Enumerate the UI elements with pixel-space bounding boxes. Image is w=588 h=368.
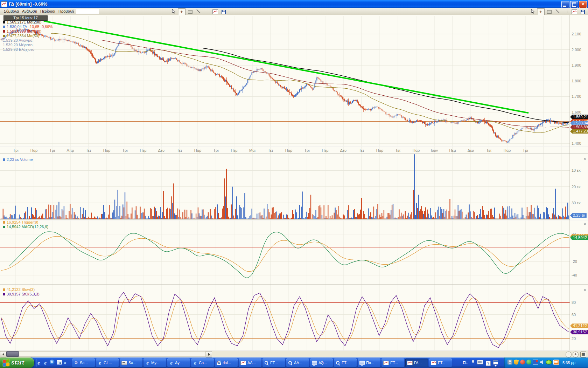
taskbar-button-Αγ[interactable]: eΑγ... (167, 359, 190, 367)
taskbar-button-label: ET... (390, 361, 398, 365)
taskbar-button-label: ET... (342, 361, 349, 365)
volume-pane-close-icon[interactable]: × (583, 157, 587, 161)
tray-user[interactable] (507, 360, 512, 366)
chart-icon (407, 361, 413, 365)
desktop-icon (57, 360, 62, 364)
save-tool[interactable] (220, 8, 227, 15)
eye-icon (546, 360, 552, 364)
taskbar-button-label: Αγ... (175, 361, 183, 365)
taskbar-button-Αξι[interactable]: Αξι... (310, 359, 333, 367)
quicklaunch-mediaplayer[interactable] (50, 360, 55, 366)
ie-icon: e (36, 361, 41, 365)
stoch-pane-close-icon[interactable]: × (583, 288, 587, 292)
user-icon (507, 360, 512, 364)
taskbar-button-ΑΛ[interactable]: ΑΛ... (286, 359, 309, 367)
rectangle-tool[interactable] (545, 8, 553, 15)
crosshair-tool[interactable]: + (537, 8, 545, 15)
zoom-out-button[interactable]: − (566, 352, 572, 357)
start-label: start (11, 357, 24, 368)
taskbar-button-Sa[interactable]: Sa... (120, 359, 142, 367)
keyboard-button[interactable] (477, 360, 483, 366)
pointer-tool[interactable] (528, 8, 536, 15)
messenger-icon (520, 360, 525, 364)
chart-canvas[interactable] (0, 15, 588, 350)
menu-item-3[interactable]: Περίοδοι (38, 8, 57, 15)
tray-eye[interactable] (546, 360, 552, 366)
crosshair-tool[interactable]: + (178, 8, 186, 15)
taskbar-button-label: My... (151, 361, 159, 365)
taskbar-button-ΓΔ[interactable]: ΓΔ... (405, 359, 428, 367)
taskbar-button-label: ΑΛ... (247, 361, 256, 365)
minimize-button[interactable] (561, 1, 569, 8)
taskbar-button-label: Πα... (366, 361, 374, 365)
start-button[interactable]: start (0, 357, 34, 368)
pattern-tool[interactable] (562, 8, 570, 15)
tray-graphics-card[interactable] (533, 360, 538, 366)
taskbar-button-label: ΓΔ... (414, 361, 422, 365)
taskbar-button-label: dai... (223, 361, 231, 365)
scroll-left-button[interactable] (0, 351, 6, 357)
ie-icon: e (43, 361, 48, 365)
tray-app-green[interactable] (526, 360, 531, 366)
window-title: ΓΔ [60min] -0,69% (9, 1, 47, 7)
tray-shield[interactable] (514, 360, 519, 366)
toolbar-right: + (528, 8, 587, 15)
ie-icon: e (98, 361, 102, 365)
quicklaunch-overflow-chevron[interactable]: » (64, 360, 66, 365)
line-tool[interactable] (195, 8, 202, 15)
window-arrange-button[interactable] (493, 360, 498, 366)
restore-button[interactable] (570, 1, 578, 8)
menu-bar: ΣύμβολαΑνάλυσηΠερίοδοιΠροβολή + + (0, 8, 588, 15)
quicklaunch-ie[interactable]: e (43, 360, 48, 366)
title-bar[interactable]: ΓΔ [60min] -0,69% × (0, 0, 588, 8)
macd-pane-close-icon[interactable]: × (583, 222, 587, 226)
scrollbar-track[interactable] (6, 351, 206, 357)
save-tool[interactable] (579, 8, 587, 15)
taskbar-button-dai[interactable]: Wdai... (215, 359, 238, 367)
word-icon: W (217, 361, 221, 365)
task-buttons: ⚙Sa...eGL...Sa...eMy...eΑγ...eCa...Wdai.… (72, 357, 452, 368)
pattern-tool[interactable] (203, 8, 211, 15)
close-button[interactable]: × (579, 1, 587, 8)
taskbar-button-Πα[interactable]: Πα... (358, 359, 380, 367)
taskbar-button-ET[interactable]: ET... (382, 359, 404, 367)
scrollbar-thumb[interactable] (6, 351, 19, 357)
taskbar-button-label: FT... (270, 361, 278, 365)
taskbar-button-FT[interactable]: FT... (262, 359, 285, 367)
taskbar-button-ΑΛ[interactable]: ΑΛ... (239, 359, 261, 367)
taskbar-button-Ca[interactable]: eCa... (191, 359, 214, 367)
rectangle-tool[interactable] (186, 8, 194, 15)
taskbar-button-GL[interactable]: eGL... (96, 359, 119, 367)
system-tray: 5:35 μμ (504, 357, 588, 368)
scroll-right-button[interactable] (206, 351, 212, 357)
language-indicator[interactable]: EL (463, 357, 468, 368)
tray-messenger[interactable] (520, 360, 525, 366)
taskbar-button-My[interactable]: eMy... (144, 359, 166, 367)
chart-tool[interactable] (570, 8, 578, 15)
scroll-right-icon (208, 353, 210, 356)
microphone-button[interactable] (472, 360, 475, 366)
microphone-icon (472, 360, 475, 364)
help-button[interactable]: ? (486, 360, 491, 366)
chart-options-button[interactable]: ▦ (580, 352, 586, 357)
tray-scheduler[interactable] (553, 360, 559, 366)
menu-item-4[interactable]: Προβολή (56, 8, 76, 15)
chart-tool[interactable] (211, 8, 219, 15)
line-tool[interactable] (554, 8, 561, 15)
chart-hscrollbar[interactable]: −+▦ (0, 350, 588, 357)
menu-item-2[interactable]: Ανάλυση (20, 8, 40, 15)
taskbar-button-ET[interactable]: ET... (334, 359, 357, 367)
menu-item-1[interactable]: Σύμβολα (1, 8, 21, 15)
zoom-in-button[interactable]: + (573, 352, 579, 357)
pointer-tool[interactable] (169, 8, 177, 15)
chart-area[interactable]: Τρι 15 Ιουν 17 2.1002.0001.9001.8001.700… (0, 15, 588, 350)
quicklaunch-ie[interactable]: e (36, 360, 41, 366)
taskbar-button-FT[interactable]: FT... (429, 359, 452, 367)
tray-speaker[interactable] (540, 360, 544, 366)
ie-icon: e (193, 361, 197, 365)
symbol-input[interactable] (76, 9, 99, 14)
taskbar-button-label: Sa... (128, 361, 136, 365)
quicklaunch-desktop[interactable] (57, 360, 62, 366)
taskbar-button-Sa[interactable]: ⚙Sa... (72, 359, 95, 367)
chart-icon (383, 361, 389, 365)
